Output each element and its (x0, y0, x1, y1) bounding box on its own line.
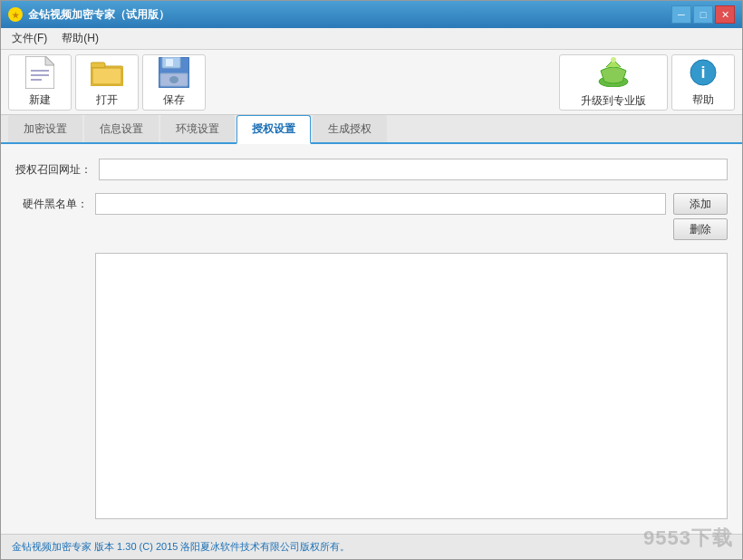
url-row: 授权召回网址： (15, 159, 728, 180)
main-window: ★ 金钻视频加密专家（试用版） ─ □ ✕ 文件(F) 帮助(H) (0, 0, 743, 560)
help-button[interactable]: i 帮助 (671, 54, 735, 111)
svg-rect-8 (91, 63, 105, 68)
url-label: 授权召回网址： (15, 162, 92, 178)
menu-file[interactable]: 文件(F) (5, 29, 54, 48)
svg-rect-12 (166, 59, 173, 66)
tab-auth[interactable]: 授权设置 (236, 115, 311, 144)
new-button[interactable]: 新建 (8, 54, 72, 111)
menu-bar: 文件(F) 帮助(H) (1, 28, 742, 50)
new-icon (24, 56, 56, 89)
content-area: 授权召回网址： 硬件黑名单： 添加 删除 (1, 144, 742, 534)
status-bar: 金钻视频加密专家 版本 1.30 (C) 2015 洛阳夏冰软件技术有限公司版权… (1, 534, 742, 559)
menu-help[interactable]: 帮助(H) (54, 29, 106, 48)
svg-text:★: ★ (12, 11, 20, 20)
window-controls: ─ □ ✕ (671, 5, 735, 24)
svg-point-16 (611, 57, 616, 63)
tabs-bar: 加密设置 信息设置 环境设置 授权设置 生成授权 (1, 115, 742, 144)
add-button[interactable]: 添加 (673, 193, 728, 215)
tab-env[interactable]: 环境设置 (160, 115, 235, 142)
hardware-row: 硬件黑名单： 添加 删除 (15, 193, 728, 240)
help-icon: i (687, 56, 719, 89)
upgrade-label: 升级到专业版 (581, 93, 646, 109)
save-button[interactable]: 保存 (142, 54, 206, 111)
side-buttons: 添加 删除 (673, 193, 728, 240)
hardware-input[interactable] (95, 193, 666, 215)
svg-text:i: i (700, 63, 705, 82)
blacklist-textarea[interactable] (95, 253, 728, 519)
open-icon (91, 56, 123, 89)
title-bar-left: ★ 金钻视频加密专家（试用版） (8, 7, 169, 23)
upgrade-button[interactable]: 升级到专业版 (559, 54, 668, 111)
app-icon: ★ (8, 7, 23, 22)
minimize-button[interactable]: ─ (671, 5, 691, 24)
restore-button[interactable]: □ (693, 5, 713, 24)
tab-info[interactable]: 信息设置 (84, 115, 159, 142)
delete-button[interactable]: 删除 (673, 218, 728, 240)
toolbar-right: 升级到专业版 i 帮助 (559, 54, 735, 111)
status-text: 金钻视频加密专家 版本 1.30 (C) 2015 洛阳夏冰软件技术有限公司版权… (12, 540, 350, 554)
tab-encrypt[interactable]: 加密设置 (8, 115, 82, 142)
window-title: 金钻视频加密专家（试用版） (28, 7, 169, 23)
open-label: 打开 (96, 92, 118, 108)
hardware-label: 硬件黑名单： (15, 193, 88, 212)
svg-point-14 (169, 76, 179, 83)
new-label: 新建 (29, 92, 51, 108)
svg-marker-3 (45, 56, 54, 65)
close-button[interactable]: ✕ (715, 5, 735, 24)
url-input[interactable] (99, 159, 728, 180)
open-button[interactable]: 打开 (75, 54, 139, 111)
upgrade-icon (597, 56, 630, 90)
save-label: 保存 (163, 92, 185, 108)
tab-gen-auth[interactable]: 生成授权 (313, 115, 387, 142)
save-icon (158, 56, 190, 89)
toolbar: 新建 打开 保存 (1, 50, 742, 115)
svg-rect-9 (92, 68, 121, 84)
title-bar: ★ 金钻视频加密专家（试用版） ─ □ ✕ (1, 1, 742, 28)
help-label: 帮助 (692, 92, 714, 108)
